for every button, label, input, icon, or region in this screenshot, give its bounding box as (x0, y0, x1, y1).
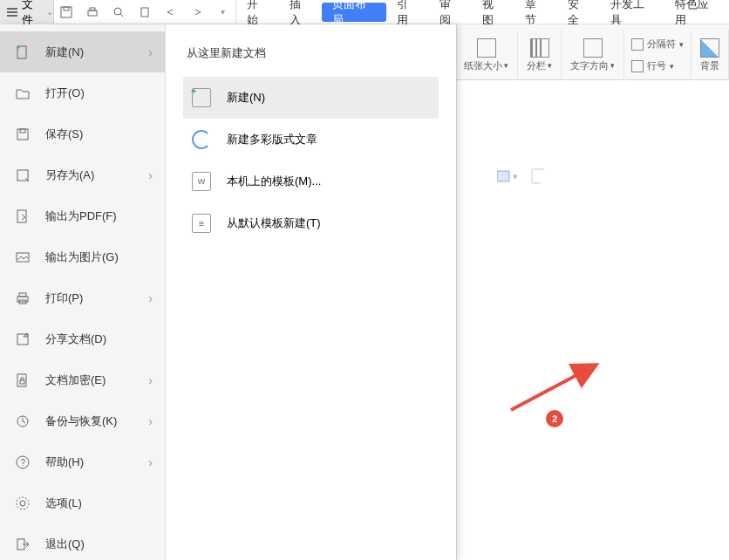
file-item-encrypt[interactable]: 文档加密(E) (0, 359, 165, 400)
lock-icon (14, 372, 31, 389)
tab-page-layout[interactable]: 页面布局 (322, 3, 386, 22)
submenu-new-colorful[interactable]: 新建多彩版式文章 (183, 119, 439, 160)
tab-reference[interactable]: 引用 (386, 0, 429, 24)
template-local-icon: W (192, 172, 211, 191)
ribbon-paper-size[interactable]: 纸张大小▾ (455, 30, 518, 80)
file-item-share[interactable]: 分享文档(D) (0, 318, 165, 359)
top-toolbar: 文件 ⌄ ▾ 开始 插入 页面布局 引用 审阅 视图 章节 安全 开发工具 特色… (0, 0, 729, 24)
file-item-save[interactable]: 保存(S) (0, 113, 165, 154)
svg-text:?: ? (21, 458, 26, 468)
file-item-label: 退出(Q) (45, 536, 85, 552)
submenu-title: 从这里新建文档 (183, 45, 439, 61)
submenu-item-label: 从默认模板新建(T) (227, 215, 321, 231)
file-item-saveas[interactable]: 另存为(A) (0, 154, 165, 195)
tab-view[interactable]: 视图 (472, 0, 514, 24)
file-item-label: 输出为PDF(F) (45, 208, 117, 224)
svg-rect-15 (19, 293, 26, 297)
file-item-backup[interactable]: 备份与恢复(K) (0, 400, 165, 441)
svg-rect-9 (17, 129, 28, 140)
chevron-down-icon: ⌄ (46, 7, 53, 17)
svg-text:▾: ▾ (513, 171, 518, 181)
backup-icon (14, 413, 31, 430)
tab-review[interactable]: 审阅 (429, 0, 472, 24)
preview-icon[interactable] (112, 5, 126, 19)
text-direction-icon (583, 38, 603, 58)
submenu-new-blank[interactable]: ✦ 新建(N) (183, 77, 439, 119)
svg-rect-3 (90, 8, 95, 10)
undo-icon[interactable] (164, 5, 178, 19)
tab-security[interactable]: 安全 (557, 0, 600, 24)
new-icon: ✦ (14, 44, 31, 61)
pdf-icon (14, 208, 31, 225)
background-label: 背景 (700, 59, 719, 72)
file-item-new[interactable]: ✦ 新建(N) (0, 31, 165, 72)
dropdown-icon[interactable]: ▾ (216, 5, 230, 19)
tab-insert[interactable]: 插入 (279, 0, 322, 24)
file-menu-button[interactable]: 文件 ⌄ (0, 0, 54, 24)
svg-rect-19 (20, 380, 24, 384)
file-item-image[interactable]: 输出为图片(G) (0, 236, 165, 277)
paper-size-icon (477, 38, 496, 58)
separator-label: 分隔符 (647, 38, 676, 51)
columns-icon (530, 38, 549, 58)
open-icon (14, 85, 31, 102)
help-icon: ? (14, 454, 31, 471)
ribbon-tabs: 开始 插入 页面布局 引用 审阅 视图 章节 安全 开发工具 特色应用 (236, 0, 729, 24)
share-icon (14, 331, 31, 348)
file-item-label: 输出为图片(G) (45, 249, 119, 265)
submenu-local-template[interactable]: W 本机上的模板(M)... (183, 160, 439, 202)
text-direction-label: 文字方向▾ (570, 59, 615, 72)
svg-rect-17 (17, 334, 28, 345)
redo-icon[interactable] (190, 5, 204, 19)
file-menu-sidebar: ✦ 新建(N) 打开(O) 保存(S) 另存为(A) 输出为PDF(F) 输出为… (0, 24, 166, 560)
ribbon-text-direction[interactable]: 文字方向▾ (562, 30, 624, 80)
print-icon[interactable] (85, 5, 99, 19)
tab-special[interactable]: 特色应用 (664, 0, 729, 24)
options-icon (14, 495, 31, 512)
new-document-submenu: 从这里新建文档 ✦ 新建(N) 新建多彩版式文章 W 本机上的模板(M)... … (166, 24, 456, 560)
tab-devtools[interactable]: 开发工具 (600, 0, 664, 24)
svg-text:✦: ✦ (16, 44, 21, 51)
annotation-badge-2: 2 (546, 410, 563, 427)
ribbon-background[interactable]: 背景 (692, 30, 729, 80)
separator-button[interactable]: 分隔符▾ (631, 38, 684, 51)
svg-rect-12 (17, 210, 26, 222)
tab-chapter[interactable]: 章节 (514, 0, 557, 24)
file-item-label: 分享文档(D) (45, 331, 106, 347)
file-item-options[interactable]: 选项(L) (0, 482, 165, 523)
new-blank-icon: ✦ (192, 88, 211, 107)
file-item-label: 新建(N) (45, 44, 84, 60)
file-menu-panel: ✦ 新建(N) 打开(O) 保存(S) 另存为(A) 输出为PDF(F) 输出为… (0, 24, 457, 560)
file-item-label: 备份与恢复(K) (45, 413, 117, 429)
svg-line-5 (120, 14, 123, 17)
ribbon-columns[interactable]: 分栏▾ (518, 30, 562, 80)
file-item-pdf[interactable]: 输出为PDF(F) (0, 195, 165, 236)
ruler-marker: ▾ (497, 167, 549, 189)
hamburger-icon (7, 8, 17, 17)
tab-start[interactable]: 开始 (236, 0, 279, 24)
file-item-print[interactable]: 打印(P) (0, 277, 165, 318)
file-item-label: 另存为(A) (45, 167, 94, 183)
document-area[interactable]: ▾ (457, 80, 729, 560)
save-icon[interactable] (59, 5, 73, 19)
separator-icon (631, 38, 644, 51)
file-item-label: 帮助(H) (45, 454, 84, 470)
file-item-exit[interactable]: 退出(Q) (0, 523, 165, 560)
quick-access-toolbar: ▾ (54, 0, 236, 24)
columns-label: 分栏▾ (527, 59, 552, 72)
file-item-open[interactable]: 打开(O) (0, 72, 165, 113)
svg-rect-1 (64, 7, 69, 10)
save-icon (14, 126, 31, 143)
exit-icon (14, 536, 31, 553)
paste-icon[interactable] (138, 5, 152, 19)
svg-point-24 (17, 497, 29, 509)
submenu-default-template[interactable]: ≡ 从默认模板新建(T) (183, 202, 439, 244)
file-item-label: 文档加密(E) (45, 372, 106, 388)
svg-rect-10 (20, 129, 25, 133)
file-item-help[interactable]: ? 帮助(H) (0, 441, 165, 482)
svg-rect-6 (141, 8, 148, 17)
template-default-icon: ≡ (192, 214, 211, 233)
background-icon (700, 38, 719, 58)
line-number-button[interactable]: 行号▾ (631, 59, 674, 72)
line-number-label: 行号 (647, 59, 666, 72)
